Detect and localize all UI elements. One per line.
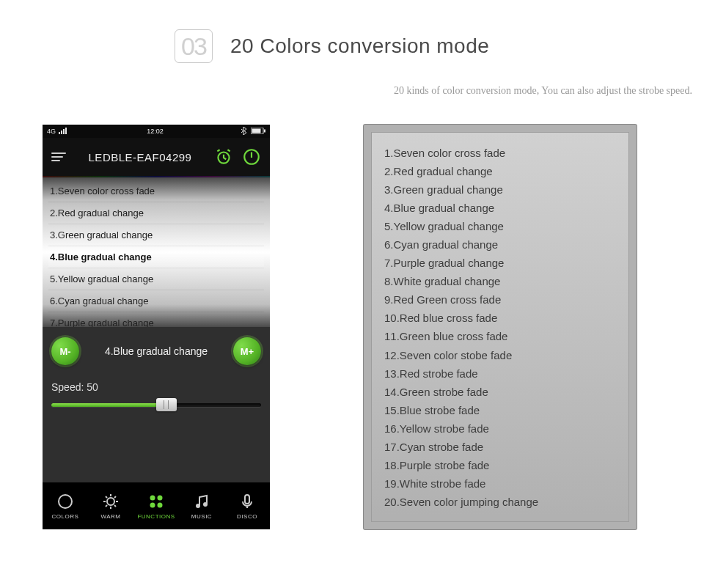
svg-line-15 [106, 496, 107, 498]
modes-panel: 1.Seven color cross fade 2.Red gradual c… [364, 125, 637, 529]
menu-icon[interactable] [51, 152, 66, 161]
picker-item[interactable]: 1.Seven color cross fade [48, 180, 264, 202]
section-number-badge: 03 [175, 29, 213, 63]
list-item: 16.Yellow strobe fade [384, 419, 616, 438]
tab-label: MUSIC [191, 513, 212, 520]
list-item: 19.White strobe fade [384, 474, 616, 493]
svg-point-24 [203, 502, 208, 507]
tab-music[interactable]: MUSIC [179, 482, 224, 529]
svg-point-10 [107, 498, 114, 505]
signal-icon [59, 128, 69, 136]
tab-label: DISCO [237, 513, 257, 520]
speed-slider[interactable] [51, 397, 261, 412]
status-bar: 4G 12:02 [43, 125, 270, 138]
svg-rect-1 [61, 131, 62, 134]
svg-point-20 [158, 495, 163, 500]
list-item: 5.Yellow gradual change [384, 217, 616, 235]
tab-label: WARM [100, 513, 120, 520]
svg-rect-3 [65, 128, 67, 134]
alarm-icon[interactable] [214, 147, 233, 166]
svg-rect-0 [59, 132, 60, 134]
list-item: 7.Purple gradual change [384, 254, 616, 272]
section-title: 20 Colors conversion mode [230, 34, 489, 58]
speed-label: Speed: 50 [51, 381, 261, 393]
slider-thumb[interactable] [156, 398, 177, 411]
list-item: 2.Red gradual change [384, 162, 616, 180]
mode-prev-button[interactable]: M- [51, 337, 79, 365]
svg-point-19 [150, 495, 155, 500]
list-item: 10.Red blue cross fade [384, 309, 616, 327]
svg-line-16 [114, 505, 116, 507]
picker-item[interactable]: 6.Cyan gradual change [48, 290, 264, 312]
music-icon [193, 493, 210, 510]
svg-line-17 [106, 505, 107, 507]
svg-point-21 [150, 502, 155, 507]
mode-picker[interactable]: 1.Seven color cross fade 2.Red gradual c… [43, 177, 270, 327]
list-item: 8.White gradual change [384, 272, 616, 290]
mode-next-button[interactable]: M+ [233, 337, 261, 365]
list-item: 14.Green strobe fade [384, 383, 616, 401]
tab-warm[interactable]: WARM [88, 482, 133, 529]
list-item: 1.Seven color cross fade [384, 144, 616, 162]
svg-line-18 [114, 496, 116, 498]
list-item: 9.Red Green cross fade [384, 290, 616, 309]
tab-colors[interactable]: COLORS [43, 482, 88, 529]
svg-point-22 [158, 502, 163, 507]
picker-item[interactable]: 7.Purple gradual change [48, 312, 264, 327]
current-mode-label: 4.Blue gradual change [105, 345, 208, 357]
picker-item[interactable]: 3.Green gradual change [48, 224, 264, 246]
list-item: 17.Cyan strobe fade [384, 438, 616, 456]
device-name: LEDBLE-EAF04299 [75, 151, 205, 163]
section-subtitle: 20 kinds of color conversion mode, You c… [0, 63, 704, 97]
section-header: 03 20 Colors conversion mode [0, 0, 704, 63]
power-icon[interactable] [242, 147, 261, 166]
mic-icon [238, 493, 256, 510]
palette-icon [56, 493, 74, 510]
svg-rect-25 [245, 495, 249, 504]
tab-bar: COLORS WARM FUNCTIONS MUSIC [43, 482, 270, 529]
tab-label: FUNCTIONS [137, 513, 175, 520]
svg-point-23 [196, 504, 200, 508]
list-item: 18.Purple strobe fade [384, 456, 616, 474]
phone-screenshot: 4G 12:02 LEDBLE-EAF04299 [43, 125, 270, 529]
carrier-label: 4G [47, 128, 56, 135]
list-item: 13.Red strobe fade [384, 364, 616, 383]
sun-icon [102, 493, 120, 510]
clock-label: 12:02 [147, 128, 164, 135]
battery-icon [251, 128, 265, 136]
list-item: 6.Cyan gradual change [384, 235, 616, 254]
list-item: 11.Green blue cross fade [384, 327, 616, 345]
list-item: 15.Blue strobe fade [384, 401, 616, 419]
svg-rect-5 [252, 128, 260, 133]
tab-disco[interactable]: DISCO [224, 482, 270, 529]
modes-list: 1.Seven color cross fade 2.Red gradual c… [384, 144, 616, 511]
tab-functions[interactable]: FUNCTIONS [133, 482, 179, 529]
picker-item-selected[interactable]: 4.Blue gradual change [48, 246, 264, 268]
app-bar: LEDBLE-EAF04299 [43, 138, 270, 177]
list-item: 20.Seven color jumping change [384, 493, 616, 511]
list-item: 4.Blue gradual change [384, 199, 616, 217]
picker-item[interactable]: 5.Yellow gradual change [48, 268, 264, 290]
tab-label: COLORS [52, 513, 79, 520]
bluetooth-icon [241, 127, 246, 136]
list-item: 3.Green gradual change [384, 180, 616, 199]
svg-point-9 [59, 495, 72, 508]
grid-icon [147, 493, 165, 510]
svg-rect-2 [63, 129, 65, 134]
picker-item[interactable]: 2.Red gradual change [48, 202, 264, 224]
controls-panel: M- 4.Blue gradual change M+ Speed: 50 [43, 327, 270, 482]
svg-rect-6 [264, 129, 265, 132]
list-item: 12.Seven color stobe fade [384, 346, 616, 364]
